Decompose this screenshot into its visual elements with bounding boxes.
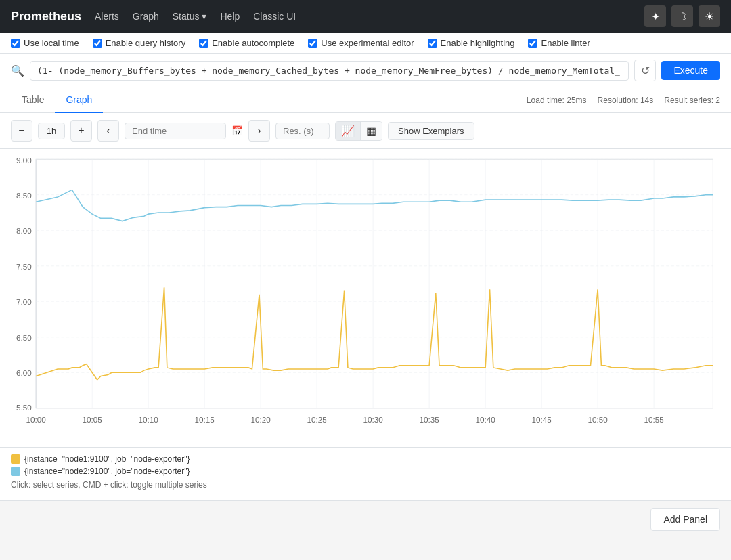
result-series: Result series: 2: [664, 95, 720, 105]
svg-text:10:30: 10:30: [363, 415, 383, 424]
legend-label-node1: {instance="node1:9100", job="node-export…: [24, 454, 190, 464]
svg-text:10:45: 10:45: [532, 415, 552, 424]
duration-input[interactable]: [38, 123, 65, 139]
svg-text:7.50: 7.50: [16, 262, 32, 271]
navbar-right: ✦ ☽ ☀: [644, 5, 720, 27]
theme-star-button[interactable]: ✦: [644, 5, 666, 27]
options-bar: Use local time Enable query history Enab…: [0, 33, 731, 54]
add-panel-button[interactable]: Add Panel: [650, 508, 720, 531]
execute-button[interactable]: Execute: [661, 61, 720, 80]
svg-text:10:40: 10:40: [476, 415, 495, 424]
enable-linter-checkbox[interactable]: Enable linter: [528, 38, 590, 48]
stacked-chart-button[interactable]: ▦: [361, 122, 382, 140]
svg-text:6.00: 6.00: [16, 369, 32, 378]
svg-text:10:50: 10:50: [588, 415, 607, 424]
legend-swatch-node1: [11, 454, 20, 464]
nav-graph[interactable]: Graph: [133, 11, 159, 22]
svg-text:5.50: 5.50: [16, 403, 32, 412]
legend-label-node2: {instance="node2:9100", job="node-export…: [24, 467, 190, 476]
nav-status[interactable]: Status ▾: [173, 11, 207, 22]
theme-moon-button[interactable]: ☽: [671, 5, 693, 27]
nav-help[interactable]: Help: [220, 11, 240, 22]
svg-text:10:35: 10:35: [420, 415, 439, 424]
resolution: Resolution: 14s: [598, 95, 654, 105]
legend-item-node1[interactable]: {instance="node1:9100", job="node-export…: [11, 454, 720, 464]
enable-query-history-checkbox[interactable]: Enable query history: [93, 38, 186, 48]
use-local-time-checkbox[interactable]: Use local time: [11, 38, 79, 48]
resolution-input[interactable]: [275, 123, 330, 139]
end-time-input[interactable]: [125, 123, 226, 139]
load-time: Load time: 25ms: [527, 95, 587, 105]
tab-table[interactable]: Table: [11, 87, 55, 113]
controls-bar: − + ‹ 📅 › 📈 ▦ Show Exemplars: [0, 113, 731, 149]
next-time-button[interactable]: ›: [248, 120, 270, 142]
use-experimental-editor-checkbox[interactable]: Use experimental editor: [308, 38, 414, 48]
svg-text:8.50: 8.50: [16, 191, 32, 200]
nav-alerts[interactable]: Alerts: [95, 11, 119, 22]
svg-text:8.00: 8.00: [16, 227, 32, 236]
chart-container: 9.00 8.50 8.00 7.50 7.00 6.50 6.00 5.50 …: [0, 156, 720, 440]
prev-time-button[interactable]: ‹: [97, 120, 119, 142]
svg-text:6.50: 6.50: [16, 333, 32, 342]
theme-sun-button[interactable]: ☀: [699, 5, 720, 27]
legend-hint: Click: select series, CMD + click: toggl…: [11, 480, 720, 490]
search-icon: 🔍: [11, 64, 24, 77]
legend-swatch-node2: [11, 467, 20, 476]
svg-text:10:15: 10:15: [195, 415, 215, 424]
enable-autocomplete-checkbox[interactable]: Enable autocomplete: [199, 38, 294, 48]
tab-graph[interactable]: Graph: [55, 87, 103, 113]
chart-type-group: 📈 ▦: [335, 121, 382, 141]
chart-svg: 9.00 8.50 8.00 7.50 7.00 6.50 6.00 5.50 …: [0, 156, 720, 440]
clear-button[interactable]: ↺: [634, 60, 656, 81]
svg-text:10:05: 10:05: [83, 415, 102, 424]
enable-highlighting-checkbox[interactable]: Enable highlighting: [428, 38, 515, 48]
nav-classic-ui[interactable]: Classic UI: [253, 11, 296, 22]
show-exemplars-button[interactable]: Show Exemplars: [388, 122, 474, 140]
svg-text:10:55: 10:55: [644, 415, 663, 424]
svg-text:10:25: 10:25: [307, 415, 327, 424]
chart-area: 9.00 8.50 8.00 7.50 7.00 6.50 6.00 5.50 …: [0, 149, 731, 447]
calendar-icon: 📅: [231, 125, 243, 136]
svg-text:10:00: 10:00: [26, 415, 46, 424]
chart-legend: {instance="node1:9100", job="node-export…: [0, 447, 731, 500]
increase-duration-button[interactable]: +: [70, 120, 92, 142]
svg-text:7.00: 7.00: [16, 298, 32, 307]
query-input[interactable]: [30, 61, 629, 81]
svg-text:10:20: 10:20: [251, 415, 271, 424]
svg-rect-0: [36, 159, 713, 408]
line-chart-button[interactable]: 📈: [336, 122, 361, 140]
svg-text:9.00: 9.00: [16, 156, 32, 164]
tab-meta: Load time: 25ms Resolution: 14s Result s…: [527, 95, 720, 105]
navbar: Prometheus Alerts Graph Status ▾ Help Cl…: [0, 0, 731, 33]
decrease-duration-button[interactable]: −: [11, 120, 32, 142]
svg-text:10:10: 10:10: [139, 415, 158, 424]
tabs-bar: Table Graph Load time: 25ms Resolution: …: [0, 87, 731, 113]
bottom-bar: Add Panel: [0, 500, 731, 538]
search-bar: 🔍 ↺ Execute: [0, 54, 731, 87]
legend-item-node2[interactable]: {instance="node2:9100", job="node-export…: [11, 467, 720, 476]
brand-logo[interactable]: Prometheus: [11, 9, 81, 24]
main-content: Table Graph Load time: 25ms Resolution: …: [0, 87, 731, 500]
